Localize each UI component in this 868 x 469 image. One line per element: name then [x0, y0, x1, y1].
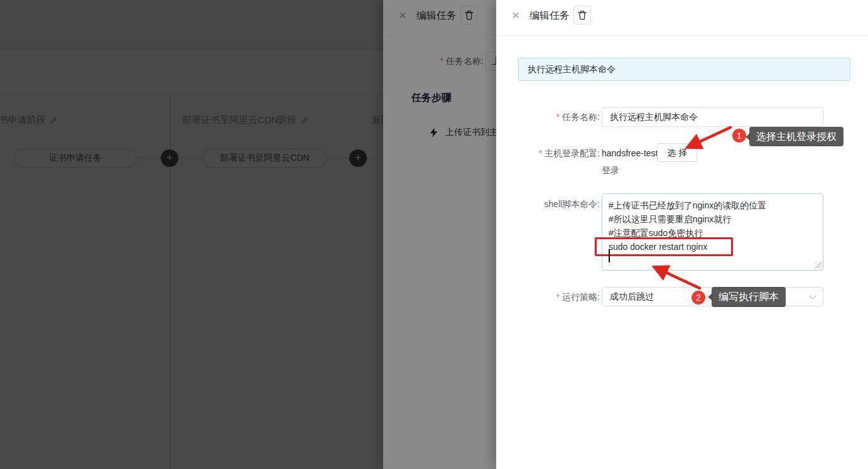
delete-task-button[interactable]: [573, 6, 591, 24]
info-alert: 执行远程主机脚本命令: [518, 58, 850, 81]
required-marker: *: [556, 112, 560, 122]
label-text: 任务名称:: [562, 112, 600, 122]
shell-line: #上传证书已经放到了nginx的读取的位置: [609, 198, 816, 212]
run-policy-value: 成功后跳过: [610, 291, 654, 301]
required-marker: *: [539, 148, 542, 158]
required-marker: *: [556, 292, 560, 302]
drawer-header: × 编辑任务: [496, 0, 868, 36]
task-name-input[interactable]: 执行远程主机脚本命令: [602, 107, 823, 127]
chevron-down-icon: [809, 295, 816, 299]
modal-mask[interactable]: [0, 0, 496, 469]
page: 证书申请阶段 部署证书至阿里云CDN阶段 新阶段 证书申请任务 部署证书至阿里云…: [0, 0, 868, 469]
label-text: shell脚本命令:: [544, 199, 600, 209]
task-name-label: *任务名称:: [496, 107, 600, 127]
run-policy-select[interactable]: 成功后跳过: [602, 287, 823, 306]
choose-host-button[interactable]: 选 择: [657, 143, 697, 162]
label-text: 主机登录配置:: [545, 148, 600, 158]
shell-script-textarea[interactable]: #上传证书已经放到了nginx的读取的位置 #所以这里只需要重启nginx就行 …: [602, 193, 823, 271]
label-text: 运行策略:: [562, 292, 600, 302]
trash-icon: [578, 10, 587, 20]
run-policy-label: *运行策略:: [496, 292, 600, 303]
host-login-label: *主机登录配置:: [496, 148, 600, 159]
drawer-title: 编辑任务: [529, 9, 570, 23]
shell-script-label: shell脚本命令:: [496, 199, 600, 210]
shell-line: #所以这里只需要重启nginx就行: [609, 212, 816, 226]
close-icon[interactable]: ×: [512, 8, 519, 23]
resize-handle-icon[interactable]: [815, 262, 822, 269]
shell-line: #注意配置sudo免密执行: [609, 226, 816, 240]
edit-task-drawer: × 编辑任务 执行远程主机脚本命令 *任务名称: 执行远程主机脚本命令 *主机登…: [496, 0, 868, 469]
host-login-value: handsfree-test: [602, 148, 658, 158]
shell-line: sudo docker restart nginx: [609, 240, 816, 254]
host-login-value-suffix: 登录: [602, 165, 619, 176]
